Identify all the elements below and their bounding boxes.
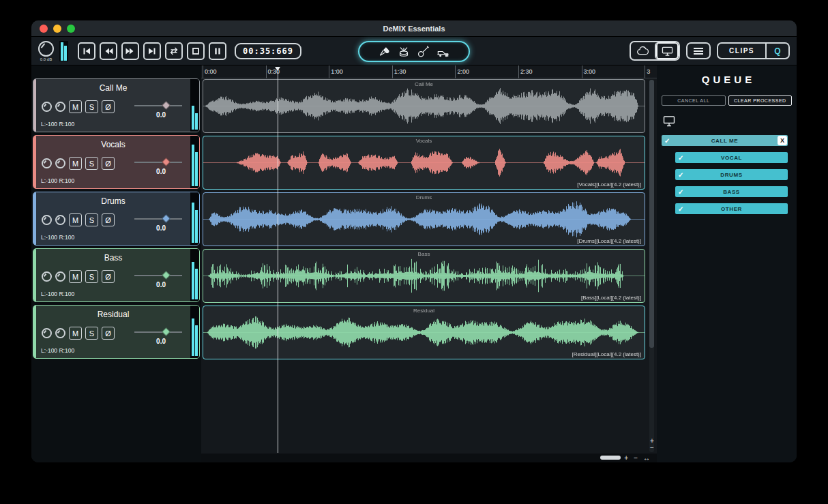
guitar-stem-icon[interactable]	[417, 45, 430, 58]
zoom-window-button[interactable]	[67, 25, 75, 33]
skip-to-end-button[interactable]	[143, 42, 161, 60]
queue-item[interactable]: ✓ CALL ME X	[662, 135, 788, 146]
cloud-processing-button[interactable]	[631, 42, 655, 59]
local-processing-button[interactable]	[655, 42, 679, 59]
volume-slider[interactable]	[134, 216, 182, 222]
track-level-meter	[190, 136, 199, 188]
lane-title: Bass	[203, 251, 645, 257]
queue-item[interactable]: ✓ DRUMS	[675, 169, 788, 180]
queue-item[interactable]: ✓ VOCAL	[675, 152, 788, 163]
pan-knob[interactable]	[42, 215, 52, 225]
lane-version-tag: [Bass][Local][4.2 (latest)]	[581, 295, 641, 301]
master-gain-knob[interactable]: 0.0 dB	[38, 41, 54, 61]
vertical-zoom-out-button[interactable]: −	[647, 445, 657, 451]
knob-icon	[38, 41, 54, 57]
clips-queue-group: CLIPS Q	[717, 42, 790, 59]
track-header[interactable]: Drums M S Ø 0.0 L:-100 R:100	[33, 192, 200, 246]
vocal-stem-icon[interactable]	[378, 45, 391, 58]
pan-knob[interactable]	[42, 102, 52, 112]
zoom-out-button[interactable]: −	[634, 454, 638, 462]
mute-button[interactable]: M	[69, 100, 82, 113]
mute-button[interactable]: M	[69, 270, 82, 283]
waveform-lane[interactable]: Drums [Drums][Local][4.2 (latest)]	[203, 192, 645, 246]
ruler-tick-label: 2:00	[455, 68, 469, 75]
minimize-window-button[interactable]	[53, 25, 61, 33]
vertical-zoom-controls: + −	[647, 438, 657, 451]
fast-forward-button[interactable]	[121, 42, 139, 60]
phase-button[interactable]: Ø	[102, 100, 115, 113]
remove-queue-item-button[interactable]: X	[778, 136, 787, 145]
track-level-meter	[190, 306, 199, 358]
queue-item[interactable]: ✓ BASS	[675, 186, 788, 197]
pan-knob[interactable]	[42, 271, 52, 282]
clips-button[interactable]: CLIPS	[718, 44, 765, 58]
solo-button[interactable]: S	[85, 327, 98, 340]
pan-range-label: L:-100 R:100	[41, 291, 74, 297]
waveform-lane[interactable]: Residual [Residual][Local][4.2 (latest)]	[203, 306, 645, 359]
rewind-button[interactable]	[100, 42, 117, 60]
solo-button[interactable]: S	[85, 157, 98, 170]
volume-slider[interactable]	[134, 272, 182, 279]
drums-stem-icon[interactable]	[397, 45, 411, 58]
track-header[interactable]: Bass M S Ø 0.0 L:-100 R:100	[33, 248, 200, 302]
volume-slider-thumb[interactable]	[162, 327, 171, 336]
phase-button[interactable]: Ø	[102, 213, 115, 226]
skip-start-icon	[82, 46, 91, 56]
volume-slider[interactable]	[134, 329, 182, 336]
mute-button[interactable]: M	[69, 327, 82, 340]
volume-slider[interactable]	[134, 159, 182, 166]
ruler-tick-label: 1:30	[392, 68, 406, 75]
waveform-lane[interactable]: Vocals [Vocals][Local][4.2 (latest)]	[203, 136, 645, 190]
phase-button[interactable]: Ø	[102, 157, 115, 170]
horizontal-scroll-thumb[interactable]	[600, 456, 621, 460]
queue-item-label: VOCAL	[721, 155, 742, 161]
track-header[interactable]: Vocals M S Ø 0.0 L:-100 R:100	[33, 135, 200, 189]
zoom-in-button[interactable]: +	[624, 454, 628, 462]
waveform-lane[interactable]: Bass [Bass][Local][4.2 (latest)]	[203, 249, 645, 303]
pan-knob[interactable]	[42, 328, 52, 338]
stop-button[interactable]	[187, 42, 205, 60]
zoom-fit-button[interactable]: ↔	[643, 454, 650, 462]
track-header[interactable]: Residual M S Ø 0.0 L:-100 R:100	[33, 305, 200, 359]
other-stem-icon[interactable]	[436, 45, 450, 58]
cancel-all-button[interactable]: CANCEL ALL	[662, 95, 726, 106]
volume-slider-thumb[interactable]	[162, 101, 171, 110]
mute-button[interactable]: M	[69, 213, 82, 226]
mute-button[interactable]: M	[69, 157, 82, 170]
volume-slider-thumb[interactable]	[162, 271, 171, 280]
close-window-button[interactable]	[40, 25, 48, 33]
pan-knob[interactable]	[42, 158, 52, 168]
solo-button[interactable]: S	[85, 213, 98, 226]
queue-toggle-button[interactable]: Q	[765, 44, 788, 58]
pan-range-label: L:-100 R:100	[41, 347, 74, 354]
pause-button[interactable]	[209, 42, 226, 60]
pan-range-label: L:-100 R:100	[41, 121, 74, 128]
loop-button[interactable]	[165, 42, 183, 60]
volume-value: 0.0	[156, 281, 166, 288]
skip-to-start-button[interactable]	[78, 42, 95, 60]
horizontal-scrollbar[interactable]: + − ↔	[201, 454, 657, 462]
track-level-meter	[190, 249, 199, 301]
volume-slider-thumb[interactable]	[162, 158, 171, 166]
trim-knob[interactable]	[55, 102, 65, 112]
trim-knob[interactable]	[55, 215, 65, 225]
volume-slider-thumb[interactable]	[162, 214, 171, 223]
trim-knob[interactable]	[55, 328, 65, 338]
trim-knob[interactable]	[55, 158, 65, 168]
playhead[interactable]	[278, 72, 278, 453]
waveform-lane[interactable]: Call Me	[203, 79, 645, 133]
volume-slider[interactable]	[134, 102, 182, 109]
solo-button[interactable]: S	[85, 100, 98, 113]
vertical-scrollbar[interactable]	[649, 80, 654, 452]
track-header[interactable]: Call Me M S Ø 0.0 L:-100 R:100	[33, 78, 200, 132]
queue-item[interactable]: ✓ OTHER	[675, 203, 788, 214]
timeline-ruler[interactable]: 0:000:301:001:302:002:303:003	[201, 65, 657, 78]
clear-processed-button[interactable]: CLEAR PROCESSED	[728, 95, 793, 106]
window-title: DeMIX Essentials	[31, 25, 797, 33]
trim-knob[interactable]	[55, 271, 65, 282]
vertical-scroll-thumb[interactable]	[649, 80, 654, 348]
phase-button[interactable]: Ø	[102, 270, 115, 283]
menu-button[interactable]	[686, 42, 711, 59]
phase-button[interactable]: Ø	[102, 327, 115, 340]
solo-button[interactable]: S	[85, 270, 98, 283]
